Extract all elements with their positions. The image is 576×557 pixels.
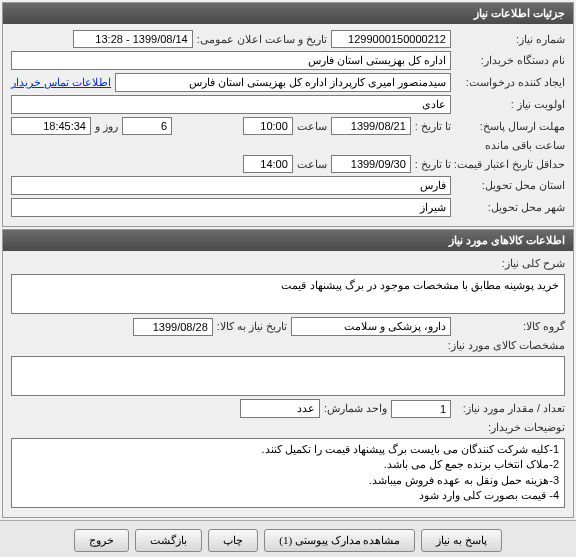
until-label-2: تا تاریخ :: [415, 158, 451, 171]
notes-field: 1-کلیه شرکت کنندگان می بایست برگ پیشنهاد…: [11, 438, 565, 508]
need-no-label: شماره نیاز:: [455, 33, 565, 46]
min-validity-time-field: 14:00: [243, 155, 293, 173]
buyer-org-label: نام دستگاه خریدار:: [455, 54, 565, 67]
time-label-1: ساعت: [297, 120, 327, 133]
desc-field: خرید پوشینه مطابق با مشخصات موجود در برگ…: [11, 274, 565, 314]
time-label-2: ساعت: [297, 158, 327, 171]
goods-info-panel: اطلاعات کالاهای مورد نیاز شرح کلی نیاز: …: [2, 229, 574, 518]
deadline-date-field: 1399/08/21: [331, 117, 411, 135]
city-label: شهر محل تحویل:: [455, 201, 565, 214]
need-details-panel: جزئیات اطلاعات نیاز شماره نیاز: 12990001…: [2, 2, 574, 227]
days-label: روز و: [95, 120, 118, 133]
buyer-org-field: اداره کل بهزیستی استان فارس: [11, 51, 451, 70]
priority-field: عادی: [11, 95, 451, 114]
unit-label: واحد شمارش:: [324, 402, 387, 415]
need-by-field: 1399/08/28: [133, 318, 213, 336]
contact-buyer-link[interactable]: اطلاعات تماس خریدار: [11, 76, 111, 89]
remain-label: ساعت باقی مانده: [485, 139, 565, 152]
qty-label: تعداد / مقدار مورد نیاز:: [455, 402, 565, 415]
deadline-time-field: 10:00: [243, 117, 293, 135]
deadline-label: مهلت ارسال پاسخ:: [455, 120, 565, 133]
group-field: دارو، پزشکی و سلامت: [291, 317, 451, 336]
requester-field: سیدمنصور امیری کارپرداز اداره کل بهزیستی…: [115, 73, 451, 92]
province-field: فارس: [11, 176, 451, 195]
panel1-header: جزئیات اطلاعات نیاز: [3, 3, 573, 24]
qty-field: 1: [391, 400, 451, 418]
need-by-label: تاریخ نیاز به کالا:: [217, 320, 287, 333]
group-label: گروه کالا:: [455, 320, 565, 333]
announce-label: تاریخ و ساعت اعلان عمومی:: [197, 33, 327, 46]
print-button[interactable]: چاپ: [208, 529, 258, 552]
exit-button[interactable]: خروج: [74, 529, 129, 552]
desc-label: شرح کلی نیاز:: [455, 257, 565, 270]
button-bar: پاسخ به نیاز مشاهده مدارک پیوستی (1) چاپ…: [0, 520, 576, 557]
requester-label: ایجاد کننده درخواست:: [455, 76, 565, 89]
panel2-header: اطلاعات کالاهای مورد نیاز: [3, 230, 573, 251]
days-remaining-field: 6: [122, 117, 172, 135]
until-label: تا تاریخ :: [415, 120, 451, 133]
notes-label: توضیحات خریدار:: [455, 421, 565, 434]
city-field: شیراز: [11, 198, 451, 217]
province-label: استان محل تحویل:: [455, 179, 565, 192]
min-validity-date-field: 1399/09/30: [331, 155, 411, 173]
time-remaining-field: 18:45:34: [11, 117, 91, 135]
min-validity-label: حداقل تاریخ اعتبار قیمت:: [455, 158, 565, 171]
priority-label: اولویت نیاز :: [455, 98, 565, 111]
reply-button[interactable]: پاسخ به نیاز: [421, 529, 502, 552]
attachments-button[interactable]: مشاهده مدارک پیوستی (1): [264, 529, 415, 552]
unit-field: عدد: [240, 399, 320, 418]
spec-label: مشخصات کالای مورد نیاز:: [455, 339, 565, 352]
announce-field: 1399/08/14 - 13:28: [73, 30, 193, 48]
spec-field: [11, 356, 565, 396]
back-button[interactable]: بازگشت: [135, 529, 202, 552]
need-no-field: 1299000150000212: [331, 30, 451, 48]
